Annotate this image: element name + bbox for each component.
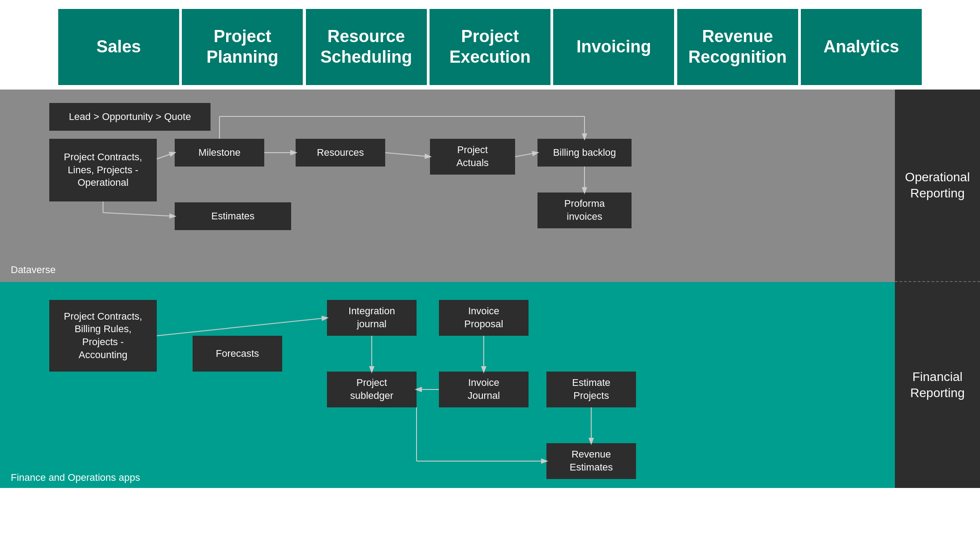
tile-analytics-label: Analytics (823, 37, 899, 57)
tile-project-execution-label: Project Execution (449, 26, 531, 67)
lead-label: Lead > Opportunity > Quote (69, 111, 191, 124)
dataverse-label: Dataverse (11, 264, 56, 276)
forecasts-box: Forecasts (193, 336, 282, 372)
two-sections: Lead > Opportunity > Quote Project Contr… (0, 90, 895, 488)
tile-project-planning-label: Project Planning (206, 26, 278, 67)
tile-invoicing: Invoicing (553, 9, 674, 85)
invoice-journal-label: Invoice Journal (468, 376, 500, 402)
proforma-invoices-label: Proforma invoices (564, 197, 605, 223)
tile-sales-label: Sales (96, 37, 141, 57)
billing-backlog-label: Billing backlog (553, 146, 616, 159)
dataverse-section: Lead > Opportunity > Quote Project Contr… (0, 90, 895, 282)
revenue-estimates-label: Revenue Estimates (570, 448, 613, 474)
header-row: Sales Project Planning Resource Scheduli… (0, 9, 980, 85)
tile-resource-scheduling: Resource Scheduling (306, 9, 427, 85)
billing-backlog-box: Billing backlog (537, 139, 632, 167)
resources-box: Resources (296, 139, 385, 167)
project-actuals-label: Project Actuals (456, 144, 489, 169)
svg-line-0 (157, 153, 175, 159)
tile-analytics: Analytics (801, 9, 922, 85)
tile-project-planning: Project Planning (182, 9, 303, 85)
svg-line-4 (385, 153, 430, 157)
estimates-label: Estimates (211, 210, 255, 223)
invoice-proposal-label: Invoice Proposal (464, 305, 503, 330)
finance-label: Finance and Operations apps (11, 472, 140, 483)
integration-journal-label: Integration journal (348, 305, 395, 330)
diagram-area: Lead > Opportunity > Quote Project Contr… (0, 90, 980, 488)
tile-resource-scheduling-label: Resource Scheduling (320, 26, 412, 67)
estimates-box: Estimates (175, 202, 291, 230)
milestone-box: Milestone (175, 139, 264, 167)
svg-line-10 (157, 318, 327, 336)
revenue-estimates-box: Revenue Estimates (546, 443, 636, 479)
contracts-label: Project Contracts, Lines, Projects - Ope… (64, 151, 142, 189)
tile-project-execution: Project Execution (430, 9, 550, 85)
integration-journal-box: Integration journal (327, 300, 417, 336)
finance-section: Project Contracts, Billing Rules, Projec… (0, 282, 895, 488)
financial-reporting-label: Financial Reporting (895, 369, 980, 402)
tile-revenue-recognition: Revenue Recognition (677, 9, 798, 85)
tile-sales: Sales (58, 9, 179, 85)
estimate-projects-label: Estimate Projects (572, 376, 610, 402)
proj-contracts-accounting-box: Project Contracts, Billing Rules, Projec… (49, 300, 157, 372)
proforma-invoices-box: Proforma invoices (537, 192, 632, 228)
project-actuals-box: Project Actuals (430, 139, 515, 175)
project-subledger-label: Project subledger (350, 376, 394, 402)
resources-label: Resources (317, 146, 364, 159)
tile-revenue-recognition-label: Revenue Recognition (688, 26, 787, 67)
analytics-column: Operational Reporting Financial Reportin… (895, 90, 980, 488)
milestone-label: Milestone (198, 146, 241, 159)
operational-reporting-label: Operational Reporting (895, 169, 980, 202)
contracts-box: Project Contracts, Lines, Projects - Ope… (49, 139, 157, 201)
svg-line-5 (515, 153, 537, 157)
lead-box: Lead > Opportunity > Quote (49, 103, 211, 131)
invoice-proposal-box: Invoice Proposal (439, 300, 529, 336)
tile-invoicing-label: Invoicing (576, 37, 651, 57)
project-subledger-box: Project subledger (327, 372, 417, 407)
estimate-projects-box: Estimate Projects (546, 372, 636, 407)
financial-reporting-cell: Financial Reporting (895, 282, 980, 488)
proj-contracts-accounting-label: Project Contracts, Billing Rules, Projec… (64, 310, 142, 361)
svg-line-2 (103, 213, 175, 216)
operational-reporting-cell: Operational Reporting (895, 90, 980, 282)
invoice-journal-box: Invoice Journal (439, 372, 529, 407)
forecasts-label: Forecasts (216, 347, 259, 360)
